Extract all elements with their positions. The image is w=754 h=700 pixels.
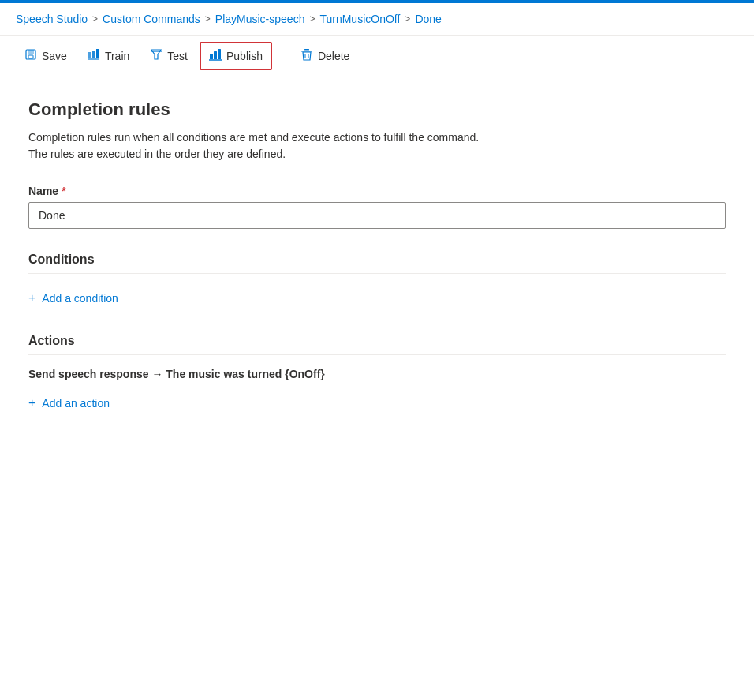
action-item: Send speech response → The music was tur… — [28, 368, 726, 380]
breadcrumb-item-turn-music[interactable]: TurnMusicOnOff — [319, 13, 400, 25]
plus-icon-action: + — [28, 396, 35, 410]
required-indicator: * — [62, 185, 65, 197]
actions-divider — [28, 354, 726, 355]
svg-rect-13 — [304, 49, 309, 51]
svg-rect-12 — [301, 51, 312, 52]
breadcrumb: Speech Studio > Custom Commands > PlayMu… — [0, 3, 754, 36]
conditions-divider — [28, 273, 726, 274]
train-button[interactable]: Train — [79, 43, 138, 69]
delete-icon — [300, 48, 313, 64]
publish-button[interactable]: Publish — [200, 42, 272, 70]
toolbar: Save Train Test — [0, 36, 754, 77]
breadcrumb-sep-3: > — [309, 13, 315, 24]
add-condition-button[interactable]: + Add a condition — [28, 286, 118, 310]
save-button[interactable]: Save — [16, 43, 76, 69]
plus-icon-condition: + — [28, 291, 35, 305]
page-description-line1: Completion rules run when all conditions… — [28, 131, 479, 144]
add-action-label: Add an action — [42, 397, 110, 410]
actions-title: Actions — [28, 334, 726, 348]
svg-rect-2 — [28, 55, 33, 58]
train-label: Train — [105, 50, 129, 62]
breadcrumb-sep-1: > — [92, 13, 98, 24]
page-title: Completion rules — [28, 99, 726, 120]
name-input[interactable] — [28, 202, 726, 229]
actions-section: Actions Send speech response → The music… — [28, 334, 726, 415]
toolbar-divider — [282, 47, 282, 66]
test-label: Test — [167, 50, 188, 62]
page-description-line2: The rules are executed in the order they… — [28, 148, 286, 160]
breadcrumb-item-playmusic[interactable]: PlayMusic-speech — [215, 13, 305, 25]
test-icon — [150, 48, 162, 64]
breadcrumb-item-speech-studio[interactable]: Speech Studio — [16, 13, 88, 25]
delete-label: Delete — [318, 50, 349, 62]
svg-rect-5 — [96, 49, 99, 58]
publish-label: Publish — [226, 50, 263, 62]
breadcrumb-item-custom-commands[interactable]: Custom Commands — [103, 13, 200, 25]
svg-rect-4 — [92, 51, 95, 58]
name-label: Name* — [28, 185, 726, 197]
breadcrumb-sep-2: > — [205, 13, 211, 24]
page-description: Completion rules run when all conditions… — [28, 129, 722, 163]
add-condition-label: Add a condition — [42, 292, 118, 305]
svg-rect-9 — [214, 51, 217, 59]
breadcrumb-sep-4: > — [405, 13, 410, 24]
publish-icon — [209, 48, 222, 64]
breadcrumb-item-done[interactable]: Done — [415, 13, 441, 25]
save-icon — [24, 48, 37, 64]
train-icon — [88, 48, 100, 64]
delete-button[interactable]: Delete — [292, 43, 358, 69]
main-content: Completion rules Completion rules run wh… — [0, 77, 754, 437]
svg-rect-3 — [88, 52, 91, 58]
add-action-button[interactable]: + Add an action — [28, 391, 110, 415]
conditions-title: Conditions — [28, 253, 726, 267]
svg-rect-1 — [28, 50, 34, 54]
test-button[interactable]: Test — [141, 43, 196, 69]
name-field-container: Name* — [28, 185, 726, 229]
save-label: Save — [42, 50, 67, 62]
conditions-section: Conditions + Add a condition — [28, 253, 726, 310]
svg-rect-10 — [218, 49, 221, 59]
svg-rect-8 — [210, 54, 213, 59]
